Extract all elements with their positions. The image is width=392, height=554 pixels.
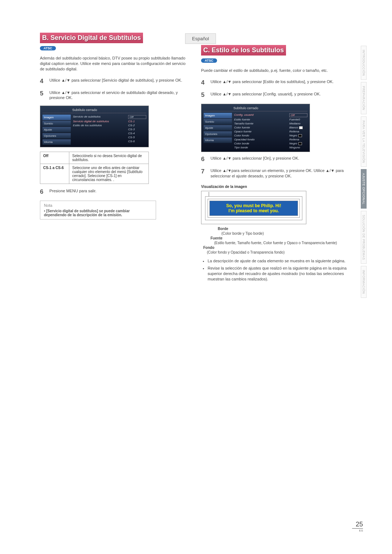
side-tab[interactable]: PARA VER LA TELEVISIÓN	[361, 116, 367, 167]
step-number: 5	[201, 91, 207, 99]
step-c6-text: Utilice ▲/▼ para seleccionar [On], y pre…	[211, 156, 299, 163]
visual-labels: Borde (Color borde y Tipo borde) Fuente …	[201, 226, 352, 255]
step-number: 5	[40, 90, 46, 101]
step-number: 6	[40, 188, 46, 196]
tv-option-row: Tamaño fuenteMediano	[234, 122, 307, 126]
nota-title: Nota	[44, 203, 152, 208]
list-item: Revise la selección de ajustes que reali…	[208, 266, 352, 282]
section-b: B. Servicio Digital de Subtítulos ATSC A…	[40, 33, 191, 284]
tv-side-item: Opciones	[42, 133, 71, 139]
section-b-heading: B. Servicio Digital de Subtítulos	[40, 33, 143, 43]
atsc-badge: ATSC	[201, 58, 217, 63]
tv-option-row: Color bordeNegro	[234, 141, 307, 145]
tv-menu-b: Subtítulo cerrado ImagenSonidoAjusteOpci…	[40, 106, 149, 147]
list-item: La descripción de ajuste de cada element…	[208, 258, 352, 264]
section-c: C. Estilo de los Subtítulos ATSC Puede c…	[201, 33, 352, 284]
tv-side-item: Opciones	[204, 131, 232, 137]
atsc-badge: ATSC	[40, 46, 56, 50]
nota-box: Nota • [Servicio digital de subtítulos] …	[40, 201, 156, 219]
tv-option-row: Opaco fuenteRellena	[234, 130, 307, 134]
tv-option-row: Color fondoNegro	[234, 134, 307, 138]
tv-title: Subtítulo cerrado	[42, 108, 146, 113]
table-row: CS-1 a CS-6Seleccione uno de ellos antes…	[40, 164, 149, 184]
side-tab[interactable]: INTRODUCCIÓN	[361, 46, 367, 80]
tv-option-row: CS-3	[73, 127, 146, 131]
step-number: 4	[201, 79, 207, 86]
notes-list: La descripción de ajuste de cada element…	[201, 258, 352, 282]
tv-option-row: Color fuenteBlanco	[234, 126, 307, 130]
tv-side-item: Imagen	[42, 115, 71, 120]
tv-option-row: Opacidad fondoRellena	[234, 138, 307, 141]
tv-side-item: Idioma	[42, 139, 71, 145]
section-c-intro: Puede cambiar el estilo de subtitulado, …	[201, 68, 352, 73]
tv-option-row: CS-5	[73, 135, 146, 139]
step-number: 6	[201, 156, 207, 163]
tv-side-item: Sonido	[204, 119, 232, 124]
side-tab[interactable]: SOLUCIÓN DE PROBLEMAS	[361, 211, 367, 264]
step-c5-text: Utilice ▲/▼ para seleccionar [Config. us…	[211, 91, 321, 99]
definitions-table: OffSelecciónelo si no desea Servicio dig…	[40, 152, 149, 184]
step-c7-text: Utilice ▲/▼para seleccionar un elemento,…	[211, 168, 352, 179]
tv-side-item: Ajuste	[204, 125, 232, 131]
tv-option-row: Tipo bordeNinguno	[234, 145, 307, 149]
side-tab[interactable]: AJUSTE OPCIONAL	[361, 169, 367, 208]
tv-option-row: Estilo de los subtítulosCS-2	[73, 123, 146, 127]
nota-text: • [Servicio digital de subtítulos] se pu…	[44, 209, 152, 217]
step-5-text: Utilice ▲/▼ para seleccionar el servicio…	[49, 90, 191, 101]
side-tab[interactable]: INFORMACIÓN	[361, 266, 367, 298]
step-number: 4	[40, 78, 46, 85]
section-c-heading: C. Estilo de los Subtítulos	[201, 45, 286, 56]
language-tab: Español	[185, 33, 216, 44]
speech-bubble: So, you must be Philip. Hi! I'm pleased …	[209, 201, 298, 216]
tv-side-item: Imagen	[204, 113, 232, 118]
tv-side-item: Ajuste	[42, 127, 71, 132]
tv-title: Subtítulo cerrado	[204, 106, 307, 111]
tv-option-row: Config. usuaridOff	[234, 113, 307, 118]
tv-menu-c: Subtítulo cerrado ImagenSonidoAjusteOpci…	[201, 104, 310, 152]
step-number: 7	[201, 168, 207, 179]
step-c4-text: Utilice ▲/▼ para seleccionar [Estilo de …	[211, 79, 334, 86]
visual-heading: Visualización de la imagen	[201, 185, 352, 189]
side-tab[interactable]: PREPARACIÓN	[361, 82, 367, 114]
tv-option-row: CS-6	[73, 139, 146, 143]
visual-example: So, you must be Philip. Hi! I'm pleased …	[201, 191, 306, 224]
tv-option-row: Servicio de subtítulosOff	[73, 115, 146, 119]
section-b-intro: Además del subtitulado opcional básico, …	[40, 56, 191, 72]
tv-option-row: Estilo fuenteFuente0	[234, 118, 307, 122]
tv-option-row: CS-4	[73, 131, 146, 135]
tv-side-item: Idioma	[204, 138, 232, 143]
page-number: 25 ES	[352, 521, 363, 532]
tv-side-item: Sonido	[42, 121, 71, 126]
side-tabs: INTRODUCCIÓNPREPARACIÓNPARA VER LA TELEV…	[361, 46, 367, 298]
table-row: OffSelecciónelo si no desea Servicio dig…	[40, 152, 149, 164]
tv-option-row: Servicio digital de subtítulosCS-1	[73, 119, 146, 123]
step-6-text: Presione MENU para salir.	[49, 188, 97, 196]
step-4-text: Utilice ▲/▼ para seleccionar [Servicio d…	[49, 78, 182, 85]
